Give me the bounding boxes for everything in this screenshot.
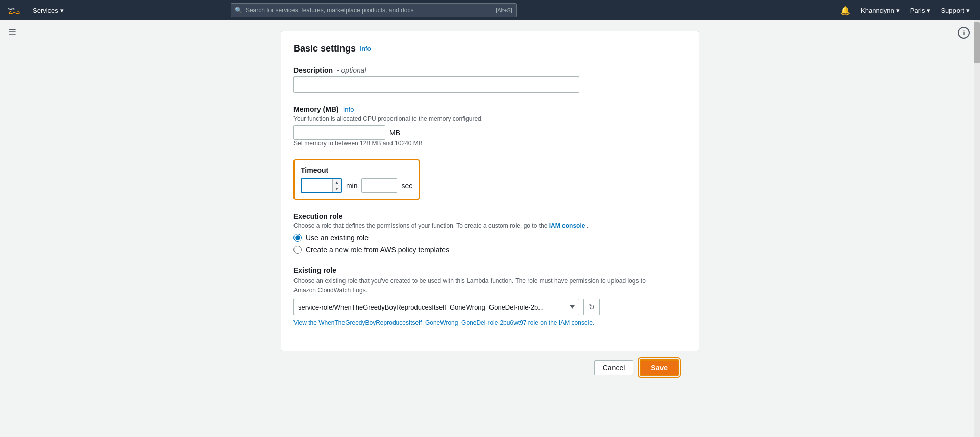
- timeout-row: 15 ▲ ▼ min 0 sec: [301, 178, 412, 193]
- memory-input[interactable]: 128: [293, 125, 385, 140]
- card-title-text: Basic settings: [293, 43, 356, 54]
- description-input[interactable]: [293, 76, 579, 93]
- user-chevron-icon: ▾: [896, 7, 900, 14]
- cancel-button[interactable]: Cancel: [594, 360, 634, 375]
- notifications-icon[interactable]: 🔔: [836, 4, 854, 17]
- existing-role-section: Existing role Choose an existing role th…: [293, 266, 687, 326]
- min-unit: min: [346, 182, 358, 190]
- region-menu[interactable]: Paris ▾: [906, 5, 935, 16]
- spinner-up-button[interactable]: ▲: [333, 179, 341, 186]
- region-label: Paris: [910, 7, 925, 14]
- memory-range-hint: Set memory to between 128 MB and 10240 M…: [293, 140, 687, 147]
- basic-settings-card: Basic settings Info Description - option…: [281, 31, 699, 351]
- spinner-down-button[interactable]: ▼: [333, 186, 341, 192]
- memory-info-link[interactable]: Info: [343, 106, 354, 113]
- sidebar-toggle[interactable]: ☰: [8, 27, 16, 38]
- timeout-sec-input[interactable]: 0: [361, 178, 397, 193]
- radio-existing-role[interactable]: Use an existing role: [293, 234, 687, 242]
- memory-label: Memory (MB) Info: [293, 105, 687, 113]
- radio-existing-label: Use an existing role: [306, 234, 369, 242]
- scrollbar-thumb[interactable]: [974, 22, 980, 63]
- role-dropdown-row: service-role/WhenTheGreedyBoyReproducesI…: [293, 299, 687, 315]
- services-label: Services: [33, 7, 58, 14]
- radio-new-label: Create a new role from AWS policy templa…: [306, 246, 449, 254]
- support-label: Support: [941, 7, 964, 14]
- sec-unit: sec: [401, 182, 412, 190]
- services-menu[interactable]: Services ▾: [29, 5, 68, 16]
- memory-unit: MB: [389, 128, 400, 137]
- memory-section: Memory (MB) Info Your function is alloca…: [293, 105, 687, 147]
- search-icon: 🔍: [235, 7, 242, 14]
- region-chevron-icon: ▾: [927, 7, 930, 14]
- description-label: Description - optional: [293, 66, 687, 74]
- search-shortcut: [Alt+S]: [496, 7, 512, 13]
- help-icon[interactable]: ℹ: [958, 27, 970, 39]
- aws-logo[interactable]: aws: [6, 5, 22, 15]
- save-button[interactable]: Save: [640, 359, 679, 376]
- role-view-link-row: View the WhenTheGreedyBoyReproducesItsel…: [293, 318, 687, 326]
- global-search: 🔍 [Alt+S]: [231, 3, 517, 17]
- description-section: Description - optional: [293, 66, 687, 93]
- username: Khanndynn: [861, 7, 894, 14]
- radio-existing-role-input[interactable]: [293, 234, 302, 242]
- timeout-section: Timeout 15 ▲ ▼ min 0 sec: [293, 159, 420, 200]
- role-view-link-text-2: on the IAM console.: [540, 319, 594, 326]
- info-link[interactable]: Info: [360, 45, 371, 53]
- timeout-min-spinner: 15 ▲ ▼: [301, 178, 342, 193]
- execution-role-label: Execution role: [293, 212, 687, 220]
- memory-row: 128 MB: [293, 125, 687, 140]
- radio-new-role[interactable]: Create a new role from AWS policy templa…: [293, 246, 687, 254]
- role-select[interactable]: service-role/WhenTheGreedyBoyReproducesI…: [293, 299, 579, 315]
- radio-new-role-input[interactable]: [293, 246, 302, 254]
- footer: Cancel Save: [281, 351, 699, 384]
- refresh-button[interactable]: ↻: [583, 299, 600, 315]
- support-chevron-icon: ▾: [966, 7, 970, 14]
- services-chevron-icon: ▾: [60, 7, 64, 14]
- svg-text:aws: aws: [8, 7, 15, 11]
- top-navigation: aws Services ▾ 🔍 [Alt+S] 🔔 Khanndynn ▾ P…: [0, 0, 980, 20]
- iam-console-link[interactable]: IAM console: [549, 222, 585, 229]
- main-content: Basic settings Info Description - option…: [0, 20, 980, 437]
- main-layout: Basic settings Info Description - option…: [0, 20, 980, 437]
- scrollbar[interactable]: [974, 20, 980, 437]
- nav-right: 🔔 Khanndynn ▾ Paris ▾ Support ▾: [836, 4, 974, 17]
- card-header: Basic settings Info: [293, 43, 687, 54]
- search-input[interactable]: [231, 3, 517, 17]
- execution-role-section: Execution role Choose a role that define…: [293, 212, 687, 254]
- existing-role-label: Existing role: [293, 266, 687, 274]
- timeout-label: Timeout: [301, 166, 412, 174]
- role-view-link[interactable]: View the WhenTheGreedyBoyReproducesItsel…: [293, 319, 594, 326]
- support-menu[interactable]: Support ▾: [937, 5, 974, 16]
- timeout-min-input[interactable]: 15: [302, 179, 332, 192]
- existing-role-desc: Choose an existing role that you've crea…: [293, 276, 651, 295]
- execution-role-desc: Choose a role that defines the permissio…: [293, 222, 687, 229]
- optional-tag: - optional: [337, 66, 366, 74]
- spinner-buttons: ▲ ▼: [332, 179, 341, 192]
- user-menu[interactable]: Khanndynn ▾: [856, 5, 904, 16]
- role-view-link-text-1: View the WhenTheGreedyBoyReproducesItsel…: [293, 319, 538, 326]
- memory-hint: Your function is allocated CPU proportio…: [293, 115, 687, 122]
